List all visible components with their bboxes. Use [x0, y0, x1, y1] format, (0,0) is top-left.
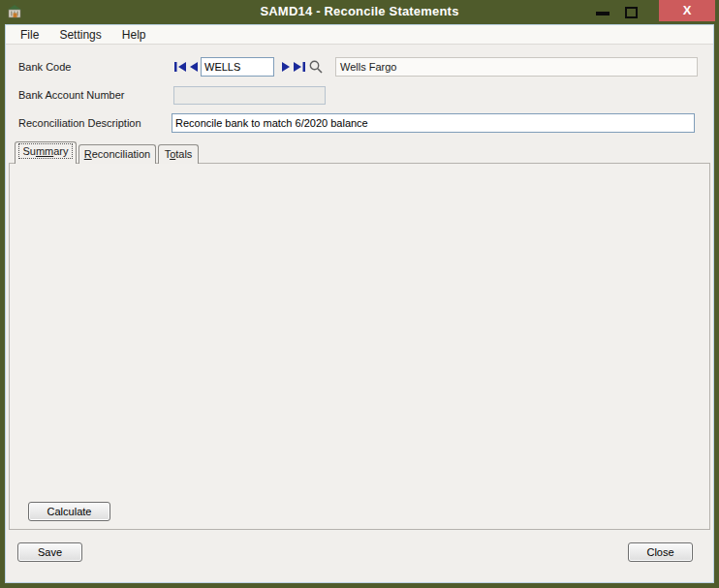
bank-account-number-field [173, 86, 326, 105]
reconcile-statements-window: SAMD14 - Reconcile Statements X File Set… [0, 0, 719, 588]
save-button[interactable]: Save [17, 542, 82, 562]
tab-totals[interactable]: Totals [158, 144, 199, 164]
menu-bar: File Settings Help [6, 25, 713, 45]
menu-settings[interactable]: Settings [50, 25, 109, 45]
menu-help[interactable]: Help [113, 25, 155, 45]
go-last-button[interactable] [293, 61, 306, 73]
reconciliation-description-label: Reconciliation Description [18, 113, 141, 133]
menu-file[interactable]: File [12, 25, 47, 45]
go-first-button[interactable] [173, 61, 187, 73]
reconciliation-description-input[interactable] [172, 113, 695, 133]
minimize-button[interactable] [596, 12, 610, 15]
tab-reconciliation[interactable]: Reconciliation [78, 144, 156, 164]
finder-search-icon[interactable] [308, 59, 324, 75]
bank-code-input[interactable] [201, 57, 274, 77]
close-window-button[interactable]: X [659, 0, 715, 21]
summary-tab-panel [9, 163, 710, 530]
client-area: File Settings Help Bank Code Wells Fargo… [5, 24, 714, 583]
maximize-button[interactable] [625, 7, 638, 18]
window-title: SAMD14 - Reconcile Statements [0, 4, 719, 18]
title-bar: SAMD14 - Reconcile Statements X [0, 0, 719, 24]
bank-account-number-label: Bank Account Number [18, 85, 124, 105]
bank-name-display: Wells Fargo [335, 57, 698, 77]
close-button[interactable]: Close [628, 542, 693, 562]
bank-code-label: Bank Code [18, 57, 71, 77]
calculate-button[interactable]: Calculate [28, 502, 110, 521]
tab-summary[interactable]: Summary [15, 141, 77, 164]
